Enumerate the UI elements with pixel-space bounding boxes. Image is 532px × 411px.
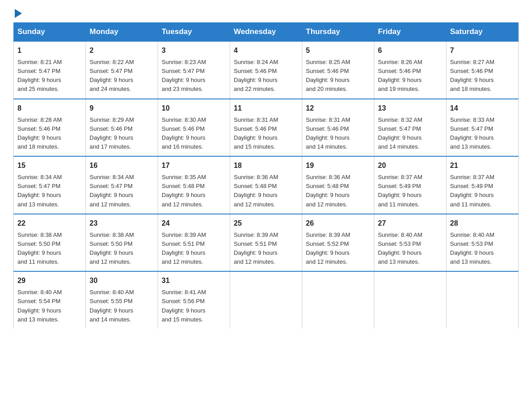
day-cell-21: 21 Sunrise: 8:37 AMSunset: 5:49 PMDaylig…	[446, 156, 519, 214]
day-info: Sunrise: 8:40 AMSunset: 5:53 PMDaylight:…	[450, 231, 494, 265]
day-number: 18	[234, 160, 298, 171]
day-cell-27: 27 Sunrise: 8:40 AMSunset: 5:53 PMDaylig…	[374, 214, 446, 272]
week-row-1: 1 Sunrise: 8:21 AMSunset: 5:47 PMDayligh…	[14, 41, 519, 99]
weekday-header-wednesday: Wednesday	[230, 23, 302, 42]
day-info: Sunrise: 8:27 AMSunset: 5:46 PMDaylight:…	[450, 59, 494, 92]
day-cell-24: 24 Sunrise: 8:39 AMSunset: 5:51 PMDaylig…	[158, 214, 230, 272]
day-cell-12: 12 Sunrise: 8:31 AMSunset: 5:46 PMDaylig…	[302, 99, 374, 157]
weekday-header-monday: Monday	[86, 23, 158, 42]
day-number: 6	[378, 45, 442, 56]
day-number: 28	[450, 218, 515, 229]
day-cell-4: 4 Sunrise: 8:24 AMSunset: 5:46 PMDayligh…	[230, 41, 302, 99]
day-info: Sunrise: 8:29 AMSunset: 5:46 PMDaylight:…	[90, 116, 134, 150]
day-number: 7	[450, 45, 515, 56]
logo-triangle-icon	[15, 9, 22, 18]
day-number: 22	[17, 218, 82, 229]
day-cell-1: 1 Sunrise: 8:21 AMSunset: 5:47 PMDayligh…	[14, 41, 86, 99]
day-info: Sunrise: 8:26 AMSunset: 5:46 PMDaylight:…	[378, 59, 422, 92]
day-info: Sunrise: 8:40 AMSunset: 5:53 PMDaylight:…	[378, 231, 422, 265]
empty-cell	[446, 271, 519, 329]
day-number: 25	[234, 218, 298, 229]
day-info: Sunrise: 8:25 AMSunset: 5:46 PMDaylight:…	[306, 59, 350, 92]
day-number: 30	[90, 275, 154, 286]
day-info: Sunrise: 8:37 AMSunset: 5:49 PMDaylight:…	[450, 174, 494, 207]
day-info: Sunrise: 8:33 AMSunset: 5:47 PMDaylight:…	[450, 116, 494, 150]
day-cell-29: 29 Sunrise: 8:40 AMSunset: 5:54 PMDaylig…	[14, 271, 86, 329]
day-number: 31	[162, 275, 226, 286]
day-cell-8: 8 Sunrise: 8:28 AMSunset: 5:46 PMDayligh…	[14, 99, 86, 157]
empty-cell	[302, 271, 374, 329]
day-info: Sunrise: 8:31 AMSunset: 5:46 PMDaylight:…	[234, 116, 278, 150]
day-number: 24	[162, 218, 226, 229]
week-row-4: 22 Sunrise: 8:38 AMSunset: 5:50 PMDaylig…	[14, 214, 519, 272]
day-cell-20: 20 Sunrise: 8:37 AMSunset: 5:49 PMDaylig…	[374, 156, 446, 214]
day-number: 16	[90, 160, 154, 171]
day-number: 11	[234, 103, 298, 114]
day-number: 4	[234, 45, 298, 56]
day-number: 3	[162, 45, 226, 56]
day-info: Sunrise: 8:24 AMSunset: 5:46 PMDaylight:…	[234, 59, 278, 92]
day-info: Sunrise: 8:37 AMSunset: 5:49 PMDaylight:…	[378, 174, 422, 207]
weekday-header-tuesday: Tuesday	[158, 23, 230, 42]
day-cell-25: 25 Sunrise: 8:39 AMSunset: 5:51 PMDaylig…	[230, 214, 302, 272]
day-info: Sunrise: 8:38 AMSunset: 5:50 PMDaylight:…	[17, 231, 62, 265]
weekday-header-friday: Friday	[374, 23, 446, 42]
day-cell-3: 3 Sunrise: 8:23 AMSunset: 5:47 PMDayligh…	[158, 41, 230, 99]
day-cell-28: 28 Sunrise: 8:40 AMSunset: 5:53 PMDaylig…	[446, 214, 519, 272]
day-info: Sunrise: 8:38 AMSunset: 5:50 PMDaylight:…	[90, 231, 134, 265]
weekday-header-thursday: Thursday	[302, 23, 374, 42]
day-number: 19	[306, 160, 370, 171]
day-cell-14: 14 Sunrise: 8:33 AMSunset: 5:47 PMDaylig…	[446, 99, 519, 157]
day-number: 29	[17, 275, 82, 286]
day-number: 9	[90, 103, 154, 114]
day-cell-26: 26 Sunrise: 8:39 AMSunset: 5:52 PMDaylig…	[302, 214, 374, 272]
day-number: 8	[17, 103, 82, 114]
day-number: 17	[162, 160, 226, 171]
weekday-header-saturday: Saturday	[446, 23, 519, 42]
day-number: 14	[450, 103, 515, 114]
day-cell-31: 31 Sunrise: 8:41 AMSunset: 5:56 PMDaylig…	[158, 271, 230, 329]
day-number: 10	[162, 103, 226, 114]
day-info: Sunrise: 8:41 AMSunset: 5:56 PMDaylight:…	[162, 289, 206, 322]
day-info: Sunrise: 8:31 AMSunset: 5:46 PMDaylight:…	[306, 116, 350, 150]
day-info: Sunrise: 8:39 AMSunset: 5:51 PMDaylight:…	[162, 231, 206, 265]
day-info: Sunrise: 8:35 AMSunset: 5:48 PMDaylight:…	[162, 174, 206, 207]
day-cell-23: 23 Sunrise: 8:38 AMSunset: 5:50 PMDaylig…	[86, 214, 158, 272]
empty-cell	[230, 271, 302, 329]
week-row-3: 15 Sunrise: 8:34 AMSunset: 5:47 PMDaylig…	[14, 156, 519, 214]
day-cell-15: 15 Sunrise: 8:34 AMSunset: 5:47 PMDaylig…	[14, 156, 86, 214]
day-cell-11: 11 Sunrise: 8:31 AMSunset: 5:46 PMDaylig…	[230, 99, 302, 157]
day-info: Sunrise: 8:34 AMSunset: 5:47 PMDaylight:…	[17, 174, 62, 207]
day-info: Sunrise: 8:21 AMSunset: 5:47 PMDaylight:…	[17, 59, 62, 92]
day-cell-22: 22 Sunrise: 8:38 AMSunset: 5:50 PMDaylig…	[14, 214, 86, 272]
weekday-header-sunday: Sunday	[14, 23, 86, 42]
day-info: Sunrise: 8:23 AMSunset: 5:47 PMDaylight:…	[162, 59, 206, 92]
day-cell-30: 30 Sunrise: 8:40 AMSunset: 5:55 PMDaylig…	[86, 271, 158, 329]
day-info: Sunrise: 8:40 AMSunset: 5:55 PMDaylight:…	[90, 289, 134, 322]
day-number: 23	[90, 218, 154, 229]
day-number: 13	[378, 103, 442, 114]
day-cell-18: 18 Sunrise: 8:36 AMSunset: 5:48 PMDaylig…	[230, 156, 302, 214]
day-cell-9: 9 Sunrise: 8:29 AMSunset: 5:46 PMDayligh…	[86, 99, 158, 157]
calendar-table: SundayMondayTuesdayWednesdayThursdayFrid…	[13, 22, 519, 329]
day-number: 1	[17, 45, 82, 56]
day-cell-10: 10 Sunrise: 8:30 AMSunset: 5:46 PMDaylig…	[158, 99, 230, 157]
day-cell-7: 7 Sunrise: 8:27 AMSunset: 5:46 PMDayligh…	[446, 41, 519, 99]
day-number: 2	[90, 45, 154, 56]
logo	[13, 9, 22, 18]
day-info: Sunrise: 8:32 AMSunset: 5:47 PMDaylight:…	[378, 116, 422, 150]
day-info: Sunrise: 8:28 AMSunset: 5:46 PMDaylight:…	[17, 116, 62, 150]
day-number: 27	[378, 218, 442, 229]
day-number: 20	[378, 160, 442, 171]
day-number: 26	[306, 218, 370, 229]
day-info: Sunrise: 8:36 AMSunset: 5:48 PMDaylight:…	[234, 174, 278, 207]
day-info: Sunrise: 8:30 AMSunset: 5:46 PMDaylight:…	[162, 116, 206, 150]
day-cell-16: 16 Sunrise: 8:34 AMSunset: 5:47 PMDaylig…	[86, 156, 158, 214]
day-cell-17: 17 Sunrise: 8:35 AMSunset: 5:48 PMDaylig…	[158, 156, 230, 214]
day-number: 21	[450, 160, 515, 171]
day-info: Sunrise: 8:22 AMSunset: 5:47 PMDaylight:…	[90, 59, 134, 92]
day-info: Sunrise: 8:34 AMSunset: 5:47 PMDaylight:…	[90, 174, 134, 207]
week-row-5: 29 Sunrise: 8:40 AMSunset: 5:54 PMDaylig…	[14, 271, 519, 329]
day-number: 12	[306, 103, 370, 114]
day-number: 15	[17, 160, 82, 171]
